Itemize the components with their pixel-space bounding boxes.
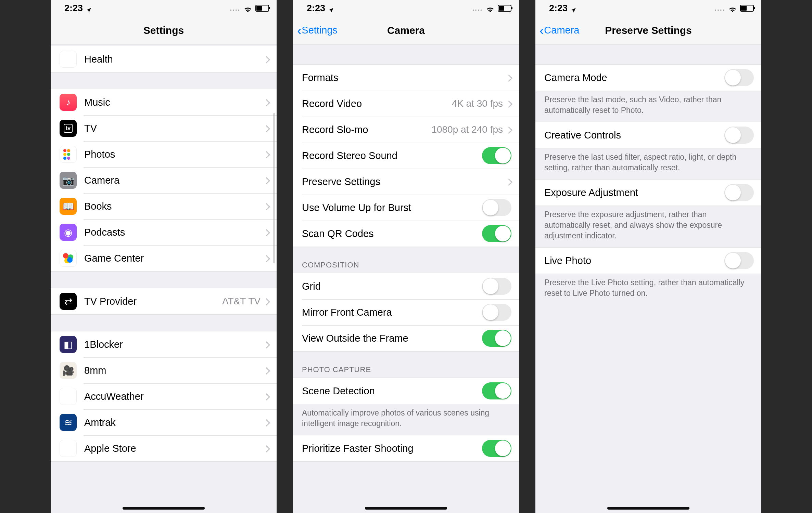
volume-burst-label: Use Volume Up for Burst [302, 202, 482, 213]
cell-tvprovider[interactable]: ⇄ TV Provider AT&T TV [51, 288, 277, 314]
cell-8mm[interactable]: 🎥 8mm [51, 357, 277, 383]
nav-bar: Settings [51, 16, 277, 44]
scan-qr-switch[interactable] [482, 225, 511, 242]
chevron-right-icon [264, 296, 269, 307]
cell-preserve-settings[interactable]: Preserve Settings [293, 169, 519, 195]
nav-back-button[interactable]: ‹ Settings [297, 16, 338, 44]
cell-grid[interactable]: Grid [293, 273, 519, 299]
settings-group-3: ◧ 1Blocker 🎥 8mm ☀ AccuWeather ≋ Amtrak … [51, 331, 277, 462]
status-bar: 2:23 .... [535, 0, 761, 16]
accuweather-label: AccuWeather [84, 391, 264, 402]
amtrak-label: Amtrak [84, 417, 264, 428]
cell-music[interactable]: ♪ Music [51, 89, 277, 115]
faster-shooting-switch[interactable] [482, 440, 511, 457]
chevron-right-icon [264, 201, 269, 212]
cell-podcasts[interactable]: ◉ Podcasts [51, 219, 277, 245]
cell-camera-mode[interactable]: Camera Mode [535, 65, 761, 91]
camera-mode-switch[interactable] [724, 69, 754, 86]
cell-books[interactable]: 📖 Books [51, 193, 277, 219]
cell-tv[interactable]: tv TV [51, 115, 277, 141]
cell-volume-burst[interactable]: Use Volume Up for Burst [293, 195, 519, 221]
clock-text: 2:23 [549, 3, 568, 14]
creative-controls-switch[interactable] [724, 127, 754, 144]
mirror-front-switch[interactable] [482, 304, 511, 321]
record-slomo-value: 1080p at 240 fps [431, 124, 503, 135]
cell-faster-shooting[interactable]: Prioritize Faster Shooting [293, 435, 519, 461]
section-group-3: Live Photo [535, 247, 761, 274]
nav-title: Settings [143, 25, 184, 36]
camera-label: Camera [84, 175, 264, 186]
cell-stereo-sound[interactable]: Record Stereo Sound [293, 143, 519, 169]
status-bar: 2:23 .... [293, 0, 519, 16]
battery-icon [498, 5, 511, 12]
volume-burst-switch[interactable] [482, 199, 511, 216]
cell-record-video[interactable]: Record Video 4K at 30 fps [293, 91, 519, 117]
section-group-1: Creative Controls [535, 122, 761, 148]
cell-applestore[interactable]: 🛍 Apple Store [51, 435, 277, 461]
mirror-front-label: Mirror Front Camera [302, 307, 482, 318]
scrollbar-indicator [273, 113, 275, 263]
panel-camera: 2:23 .... ‹ Settings Camera Formats [293, 0, 519, 513]
faster-shooting-label: Prioritize Faster Shooting [302, 443, 482, 454]
panel-settings: 2:23 .... Settings ♥ Health ♪ Music tv [51, 0, 277, 513]
section-group-1: Grid Mirror Front Camera View Outside th… [293, 273, 519, 352]
chevron-right-icon [264, 253, 269, 264]
clock-text: 2:23 [64, 3, 83, 14]
cellular-dots: .... [230, 4, 240, 12]
cell-live-photo[interactable]: Live Photo [535, 248, 761, 274]
cell-mirror-front[interactable]: Mirror Front Camera [293, 299, 519, 325]
cell-accuweather[interactable]: ☀ AccuWeather [51, 383, 277, 409]
cell-creative-controls[interactable]: Creative Controls [535, 122, 761, 148]
chevron-right-icon [506, 72, 511, 83]
cell-health[interactable]: ♥ Health [51, 46, 277, 72]
section-group-2: Scene Detection [293, 378, 519, 404]
chevron-right-icon [264, 443, 269, 454]
status-right: .... [230, 4, 269, 12]
cell-amtrak[interactable]: ≋ Amtrak [51, 409, 277, 435]
record-slomo-label: Record Slo-mo [302, 124, 431, 135]
tv-icon: tv [60, 120, 77, 137]
scene-detection-switch[interactable] [482, 382, 511, 399]
stereo-sound-switch[interactable] [482, 147, 511, 164]
podcasts-label: Podcasts [84, 227, 264, 238]
location-icon [328, 5, 334, 11]
nav-back-button[interactable]: ‹ Camera [540, 16, 579, 44]
view-outside-switch[interactable] [482, 330, 511, 347]
cell-record-slomo[interactable]: Record Slo-mo 1080p at 240 fps [293, 117, 519, 143]
home-indicator[interactable] [365, 507, 447, 510]
camera-content[interactable]: Formats Record Video 4K at 30 fps Record… [293, 44, 519, 513]
nav-back-label: Camera [544, 25, 579, 36]
nav-title: Camera [387, 25, 425, 36]
8mm-icon: 🎥 [60, 362, 77, 379]
grid-switch[interactable] [482, 278, 511, 295]
cell-camera[interactable]: 📷 Camera [51, 167, 277, 193]
photos-label: Photos [84, 149, 264, 160]
cell-1blocker[interactable]: ◧ 1Blocker [51, 331, 277, 357]
chevron-right-icon [506, 176, 511, 187]
cell-photos[interactable]: Photos [51, 141, 277, 167]
cell-scan-qr[interactable]: Scan QR Codes [293, 221, 519, 247]
cell-scene-detection[interactable]: Scene Detection [293, 378, 519, 404]
status-right: .... [472, 4, 511, 12]
preserve-settings-label: Preserve Settings [302, 176, 506, 187]
view-outside-label: View Outside the Frame [302, 333, 482, 344]
camera-mode-label: Camera Mode [544, 72, 724, 83]
cell-view-outside[interactable]: View Outside the Frame [293, 325, 519, 351]
cell-formats[interactable]: Formats [293, 65, 519, 91]
preserve-settings-content[interactable]: Camera Mode Preserve the last mode, such… [535, 44, 761, 513]
settings-group-0: ♥ Health [51, 46, 277, 73]
status-time: 2:23 [307, 3, 334, 14]
section-footer-2: Automatically improve photos of various … [293, 404, 519, 435]
cell-gamecenter[interactable]: Game Center [51, 245, 277, 271]
panel-preserve-settings: 2:23 .... ‹ Camera Preserve Settings Cam… [535, 0, 761, 513]
section-footer-0: Preserve the last mode, such as Video, r… [535, 91, 761, 122]
exposure-adjustment-switch[interactable] [724, 184, 754, 201]
settings-content[interactable]: ♥ Health ♪ Music tv TV Photos 📷 Camera 📖… [51, 44, 277, 513]
home-indicator[interactable] [123, 507, 205, 510]
location-icon [570, 5, 576, 11]
home-indicator[interactable] [607, 507, 689, 510]
live-photo-switch[interactable] [724, 252, 754, 269]
camera-icon: 📷 [60, 172, 77, 189]
cell-exposure-adjustment[interactable]: Exposure Adjustment [535, 180, 761, 206]
nav-title: Preserve Settings [605, 25, 692, 36]
